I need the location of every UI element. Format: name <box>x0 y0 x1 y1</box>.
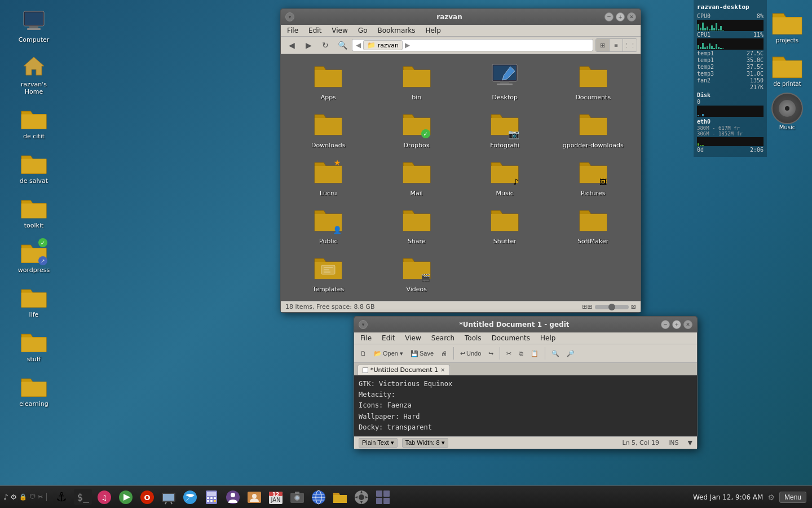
folder-fotografii[interactable]: 📷 Fotografii <box>462 107 548 152</box>
list-view-btn[interactable]: ≡ <box>610 39 623 51</box>
icon-view-btn[interactable]: ⊞ <box>596 39 610 51</box>
gedit-menu-view[interactable]: View <box>403 334 422 343</box>
taskbar-icon-privacy[interactable] <box>223 487 243 507</box>
taskbar-icon-twister[interactable] <box>180 487 200 507</box>
gedit-minimize-btn[interactable]: ─ <box>661 320 670 329</box>
folder-lucru[interactable]: ★ Lucru <box>285 155 372 200</box>
folder-pictures[interactable]: 🖼 Pictures <box>550 155 637 200</box>
taskbar-icon-apps[interactable] <box>373 487 393 507</box>
gedit-undo-btn[interactable]: ↩ Undo <box>457 346 484 361</box>
gedit-menu-tools[interactable]: Tools <box>463 334 483 343</box>
zoom-icon-large[interactable]: ⊠ <box>631 303 636 310</box>
folder-templates[interactable]: Templates <box>285 251 372 296</box>
window-close-btn[interactable]: ✕ <box>627 12 636 21</box>
taskbar-settings-icon[interactable]: ⚙ <box>767 493 775 502</box>
folder-mail[interactable]: Mail <box>374 155 460 200</box>
menu-go[interactable]: Go <box>356 26 369 35</box>
folder-gpodder[interactable]: gpodder-downloads <box>550 107 637 152</box>
nav-refresh-btn[interactable]: ↻ <box>318 38 333 52</box>
gedit-open-btn[interactable]: 📂 Open ▾ <box>371 346 406 361</box>
desktop-icon-elearning[interactable]: elearning <box>11 370 56 410</box>
desktop-icon-music[interactable]: Music <box>771 93 803 130</box>
folder-downloads[interactable]: Downloads <box>285 107 372 152</box>
gedit-copy-btn[interactable]: ⧉ <box>516 346 526 361</box>
desktop-icon-projects[interactable]: projects <box>771 6 803 43</box>
taskbar-icon-tv[interactable] <box>158 487 179 507</box>
breadcrumb-folder[interactable]: 📁 razvan <box>363 40 403 50</box>
gedit-redo-btn[interactable]: ↪ <box>486 346 496 361</box>
gedit-menu-help[interactable]: Help <box>539 334 557 343</box>
folder-shutter[interactable]: Shutter <box>462 203 548 248</box>
taskbar-menu-btn[interactable]: Menu <box>779 492 806 503</box>
menu-edit[interactable]: Edit <box>307 26 323 35</box>
folder-apps[interactable]: Apps <box>285 59 372 104</box>
taskbar-icon-calculator[interactable] <box>201 487 222 507</box>
gedit-tab-untitled[interactable]: *Untitled Document 1 ✕ <box>358 365 450 375</box>
nav-back-btn[interactable]: ◀ <box>284 38 299 52</box>
folder-share[interactable]: Share <box>374 203 460 248</box>
gedit-new-btn[interactable]: 🗋 <box>358 346 369 361</box>
folder-documents[interactable]: Documents <box>550 59 637 104</box>
gedit-paste-btn[interactable]: 📋 <box>528 346 541 361</box>
taskbar-icon-anchor[interactable]: ⚓ <box>51 487 72 507</box>
search-btn[interactable]: 🔍 <box>335 38 350 52</box>
desktop-icon-toolkit[interactable]: toolkit <box>11 191 56 231</box>
zoom-icon-grid[interactable]: ⊞⊞ <box>582 303 592 310</box>
taskbar-icon-opera[interactable]: O <box>137 487 157 507</box>
desktop-icon-de-citit[interactable]: de citit <box>11 102 56 142</box>
gedit-menu-documents[interactable]: Documents <box>490 334 532 343</box>
folder-softmaker[interactable]: SoftMaker <box>550 203 637 248</box>
folder-bin[interactable]: bin <box>374 59 460 104</box>
gedit-find-btn[interactable]: 🔍 <box>549 346 562 361</box>
desktop-icon-home[interactable]: razvan's Home <box>11 50 56 98</box>
menu-view[interactable]: View <box>330 26 349 35</box>
desktop-icon-de-printat[interactable]: de printat <box>771 49 803 87</box>
menu-bookmarks[interactable]: Bookmarks <box>376 26 417 35</box>
gedit-menu-edit[interactable]: Edit <box>380 334 396 343</box>
settings-tray-icon[interactable]: ⚙ <box>10 493 17 501</box>
window-maximize-btn[interactable]: + <box>616 12 625 21</box>
gedit-replace-btn[interactable]: 🔎 <box>564 346 577 361</box>
desktop-icon-de-salvat[interactable]: de salvat <box>11 147 56 187</box>
desktop-icon-life[interactable]: life <box>11 281 56 321</box>
scissors-icon[interactable]: ✂ <box>38 493 43 501</box>
desktop-icon-computer[interactable]: Computer <box>11 6 56 46</box>
taskbar-icon-media[interactable] <box>116 487 136 507</box>
taskbar-icon-files[interactable] <box>330 487 350 507</box>
gedit-maximize-btn[interactable]: + <box>672 320 681 329</box>
tab-checkbox[interactable] <box>363 367 368 373</box>
folder-music[interactable]: ♪ Music <box>462 155 548 200</box>
gedit-collapse-btn[interactable]: ▾ <box>359 320 368 329</box>
shield-icon[interactable]: 🛡 <box>29 493 36 501</box>
window-collapse-btn[interactable]: ▾ <box>285 12 294 21</box>
compact-view-btn[interactable]: ⋮⋮ <box>623 39 637 51</box>
folder-public[interactable]: 👤 Public <box>285 203 372 248</box>
gedit-close-btn[interactable]: ✕ <box>683 320 692 329</box>
taskbar-icon-contacts[interactable] <box>244 487 264 507</box>
desktop-icon-wordpress[interactable]: ✓ ↗ wordpress <box>11 236 56 276</box>
volume-icon[interactable]: ♪ <box>3 493 8 501</box>
plain-text-btn[interactable]: Plain Text ▾ <box>359 438 398 448</box>
folder-videos[interactable]: 🎬 Videos <box>374 251 460 296</box>
tab-width-btn[interactable]: Tab Width: 8 ▾ <box>402 438 448 448</box>
taskbar-icon-settings[interactable] <box>351 487 372 507</box>
lock-icon[interactable]: 🔒 <box>19 493 27 501</box>
nav-forward-btn[interactable]: ▶ <box>301 38 316 52</box>
gedit-menu-search[interactable]: Search <box>430 334 456 343</box>
gedit-print-btn[interactable]: 🖨 <box>438 346 450 361</box>
gedit-save-btn[interactable]: 💾 Save <box>408 346 436 361</box>
taskbar-icon-browser[interactable] <box>308 487 329 507</box>
gedit-cut-btn[interactable]: ✂ <box>504 346 514 361</box>
folder-desktop[interactable]: Desktop <box>462 59 548 104</box>
desktop-icon-stuff[interactable]: stuff <box>11 325 56 365</box>
window-minimize-btn[interactable]: ─ <box>604 12 614 21</box>
taskbar-icon-calendar[interactable]: 12 JAN <box>266 487 286 507</box>
gedit-editor[interactable]: GTK: Victorious Equinox Metacity: Icons:… <box>354 375 697 436</box>
tab-close-btn[interactable]: ✕ <box>440 367 445 373</box>
taskbar-icon-screenshot[interactable] <box>287 487 307 507</box>
gedit-menu-file[interactable]: File <box>359 334 373 343</box>
taskbar-icon-terminal[interactable]: $_ <box>73 487 93 507</box>
folder-dropbox[interactable]: ✓ Dropbox <box>374 107 460 152</box>
zoom-slider[interactable] <box>595 305 629 309</box>
menu-help[interactable]: Help <box>424 26 443 35</box>
